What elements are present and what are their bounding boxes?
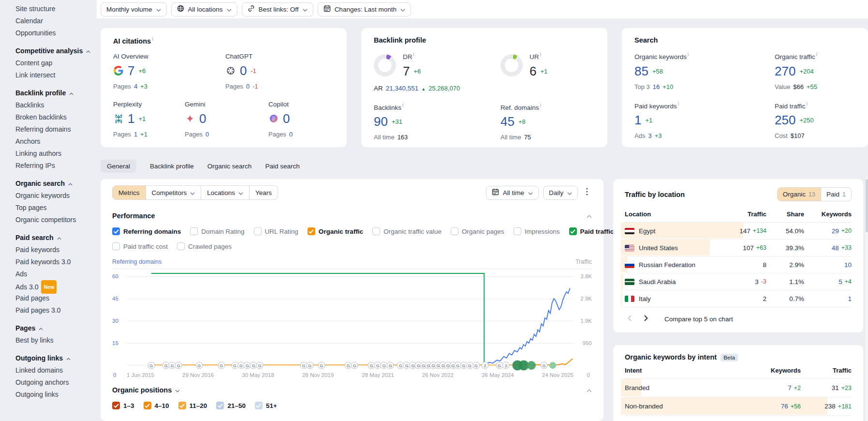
compare-top5-link[interactable]: Compare top 5 on chart [664,316,733,323]
metric-toggle-referring-domains[interactable]: Referring domains [112,227,181,235]
granularity-select[interactable]: Daily [543,186,578,200]
segment-locations[interactable]: Locations [201,186,249,199]
metric-toggle-domain-rating[interactable]: Domain Rating [190,227,244,235]
location-row-us[interactable]: United States107+6339.3%48+33 [625,240,852,256]
sidebar-item-paid-pages-3-0[interactable]: Paid pages 3.0 [15,304,92,316]
scrollbar-thumb[interactable] [866,179,868,232]
sidebar-section-outgoing-links[interactable]: Outgoing links [15,352,92,364]
sidebar-item-content-gap[interactable]: Content gap [15,57,92,69]
keywords-link[interactable]: 10 [844,261,852,269]
event-marker[interactable] [549,362,556,369]
location-row-it[interactable]: Italy20.7%1 [625,290,852,307]
google-update-marker[interactable]: G [472,362,480,369]
tab-general[interactable]: General [101,160,136,173]
toggle-paid[interactable]: Paid1 [821,188,851,201]
sidebar-item-site-structure[interactable]: Site structure [15,3,92,15]
tab-paid-search[interactable]: Paid search [265,160,299,173]
sidebar-item-organic-competitors[interactable]: Organic competitors [15,214,92,226]
sidebar-item-anchors[interactable]: Anchors [15,135,92,148]
more-options-button[interactable] [582,186,592,199]
event-marker[interactable] [527,361,536,370]
filter-best-links-off[interactable]: Best links: Off [242,2,313,16]
next-page-button[interactable] [641,314,651,324]
metric-value[interactable]: 1 [128,111,134,126]
keywords-link[interactable]: 48 [832,244,839,252]
info-icon[interactable]: i [540,103,541,108]
column-header[interactable]: Traffic [801,367,852,374]
column-header[interactable]: Location [625,210,714,218]
filter-monthly-volume[interactable]: Monthly volume [101,2,167,16]
metric-toggle-paid-traffic[interactable]: Paid traffic [569,227,614,235]
sidebar-item-outgoing-anchors[interactable]: Outgoing anchors [15,376,92,389]
sidebar-item-referring-domains[interactable]: Referring domains [15,123,92,135]
info-icon[interactable]: i [678,101,679,106]
sidebar-item-linking-authors[interactable]: Linking authors [15,148,92,160]
location-row-sa[interactable]: Saudi Arabia3-31.1%5+4 [625,273,852,290]
segment-years[interactable]: Years [249,186,278,199]
sidebar-item-ads-3-0[interactable]: Ads 3.0New [15,280,92,292]
info-icon[interactable]: i [413,52,414,57]
sidebar-section-pages[interactable]: Pages [15,322,92,334]
google-update-marker[interactable]: G [387,362,394,369]
metric-toggle-4-10[interactable]: 4–10 [144,402,169,409]
info-icon[interactable]: i [688,52,689,57]
toggle-organic[interactable]: Organic13 [778,188,821,201]
organic-positions-title[interactable]: Organic positions [112,386,180,394]
google-update-marker[interactable]: G [306,362,313,369]
sidebar-item-paid-keywords[interactable]: Paid keywords [15,244,92,256]
sidebar-item-organic-keywords[interactable]: Organic keywords [15,190,92,202]
metric-toggle-1-3[interactable]: 1–3 [112,402,134,409]
google-update-marker[interactable]: 2 [502,362,510,369]
intent-row-non-branded[interactable]: Non-branded76+56238+181 [625,397,852,416]
metric-toggle-organic-traffic[interactable]: Organic traffic [308,227,363,235]
keywords-link[interactable]: 76 [781,403,788,410]
google-update-marker[interactable]: G [147,362,155,369]
metric-value[interactable]: 1 [634,113,641,128]
google-update-marker[interactable]: 2 [482,362,489,369]
filter-all-locations[interactable]: All locations [171,2,237,16]
google-update-marker[interactable]: G [541,362,548,369]
ar-value[interactable]: 21,340,551 [386,85,419,92]
sidebar-item-outgoing-links[interactable]: Outgoing links [15,389,92,401]
info-icon[interactable]: i [816,52,817,57]
metric-value[interactable]: 7 [128,63,134,78]
sidebar-item-linked-domains[interactable]: Linked domains [15,364,92,376]
sidebar-item-opportunities[interactable]: Opportunities [15,27,92,39]
metric-value[interactable]: 250 [775,113,795,128]
google-update-marker[interactable]: G [195,362,203,369]
column-header[interactable]: Share [766,210,804,218]
location-row-ru[interactable]: Russian Federation82.9%10 [625,256,852,273]
backlinks-value[interactable]: 90 [374,114,388,129]
metric-toggle-organic-pages[interactable]: Organic pages [451,227,504,235]
performance-chart[interactable]: GGGGGGGGGGGGGGGGGGGGGGGGGGGGGGGGGGG2G2G6… [112,269,592,379]
sidebar-section-backlink-profile[interactable]: Backlink profile [15,87,92,99]
metric-value[interactable]: 85 [634,64,648,79]
sidebar-item-broken-backlinks[interactable]: Broken backlinks [15,111,92,123]
date-range-select[interactable]: All time [486,186,539,200]
intent-row-branded[interactable]: Branded7+231+23 [625,379,852,397]
info-icon[interactable]: i [807,101,808,106]
column-header[interactable]: Keywords [745,367,801,374]
sidebar-item-backlinks[interactable]: Backlinks [15,99,92,111]
google-update-marker[interactable]: G [318,362,325,369]
metric-value[interactable]: 270 [775,64,795,79]
segment-competitors[interactable]: Competitors [146,186,201,199]
metric-value[interactable]: 0 [283,111,290,126]
sidebar-section-paid-search[interactable]: Paid search [15,232,92,244]
info-icon[interactable]: i [152,36,153,42]
tab-backlink-profile[interactable]: Backlink profile [150,160,194,173]
prev-page-button[interactable] [625,314,634,324]
sidebar-section-competitive-analysis[interactable]: Competitive analysis [15,45,92,57]
google-update-marker[interactable]: G [218,362,225,369]
sidebar-item-paid-keywords-3-0[interactable]: Paid keywords 3.0 [15,256,92,268]
metric-toggle-51-[interactable]: 51+ [255,402,277,409]
info-icon[interactable]: i [402,103,403,108]
google-update-marker[interactable]: G [175,362,182,369]
keywords-link[interactable]: 1 [848,295,852,302]
sidebar-item-paid-pages[interactable]: Paid pages [15,292,92,304]
sidebar-item-best-by-links[interactable]: Best by links [15,334,92,346]
segment-metrics[interactable]: Metrics [113,186,146,199]
google-update-marker[interactable]: G [256,362,264,369]
keywords-link[interactable]: 5 [839,278,842,286]
metric-toggle-organic-traffic-value[interactable]: Organic traffic value [372,227,441,235]
